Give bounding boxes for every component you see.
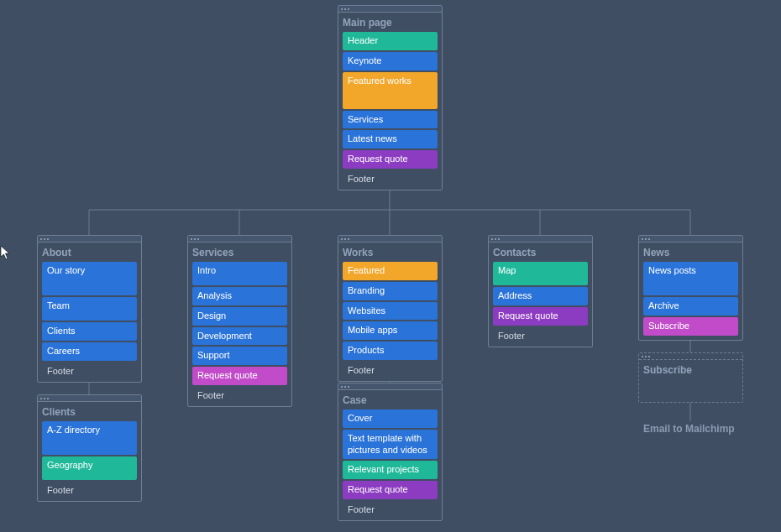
card-contacts[interactable]: Contacts Map Address Request quote Foote… <box>488 235 593 347</box>
card-case[interactable]: Case Cover Text template with pictures a… <box>338 383 443 521</box>
block-products[interactable]: Products <box>343 342 438 360</box>
label-email-to-mailchimp: Email to Mailchimp <box>643 423 735 435</box>
card-clients[interactable]: Clients A-Z directory Geography Footer <box>37 394 142 502</box>
block-websites[interactable]: Websites <box>343 302 438 321</box>
card-services[interactable]: Services Intro Analysis Design Developme… <box>187 235 292 407</box>
block-request-quote[interactable]: Request quote <box>343 481 438 499</box>
block-header[interactable]: Header <box>343 32 438 50</box>
card-about[interactable]: About Our story Team Clients Careers Foo… <box>37 235 142 383</box>
block-relevant-projects[interactable]: Relevant projects <box>343 461 438 479</box>
card-main-page[interactable]: Main page Header Keynote Featured works … <box>338 5 443 190</box>
block-footer: Footer <box>343 362 438 378</box>
block-request-quote[interactable]: Request quote <box>343 150 438 169</box>
block-development[interactable]: Development <box>192 327 287 346</box>
card-drag-handle[interactable] <box>639 236 742 243</box>
block-request-quote[interactable]: Request quote <box>493 307 588 326</box>
card-drag-handle[interactable] <box>338 6 442 13</box>
card-drag-handle[interactable] <box>38 236 141 243</box>
card-title: Services <box>192 247 287 258</box>
block-latest-news[interactable]: Latest news <box>343 130 438 149</box>
block-intro[interactable]: Intro <box>192 262 287 285</box>
card-title: Subscribe <box>643 364 738 376</box>
block-footer: Footer <box>343 501 438 518</box>
block-footer: Footer <box>493 327 588 344</box>
block-footer: Footer <box>42 362 137 379</box>
cursor-icon <box>0 245 12 260</box>
card-title: Main page <box>343 17 438 29</box>
card-title: News <box>643 247 738 258</box>
block-featured-works[interactable]: Featured works <box>343 72 438 109</box>
block-footer: Footer <box>343 170 438 187</box>
card-subscribe-placeholder[interactable]: Subscribe <box>638 352 743 403</box>
block-clients[interactable]: Clients <box>42 322 137 341</box>
block-cover[interactable]: Cover <box>343 409 438 428</box>
block-careers[interactable]: Careers <box>42 342 137 361</box>
block-news-posts[interactable]: News posts <box>643 262 738 295</box>
block-design[interactable]: Design <box>192 307 287 326</box>
card-drag-handle[interactable] <box>338 383 442 390</box>
block-our-story[interactable]: Our story <box>42 262 137 295</box>
block-analysis[interactable]: Analysis <box>192 287 287 305</box>
card-drag-handle[interactable] <box>38 395 141 402</box>
card-title: Contacts <box>493 247 588 258</box>
card-works[interactable]: Works Featured Branding Websites Mobile … <box>338 235 443 382</box>
block-services[interactable]: Services <box>343 111 438 129</box>
card-title: Clients <box>42 406 137 418</box>
block-text-template[interactable]: Text template with pictures and videos <box>343 430 438 460</box>
block-subscribe[interactable]: Subscribe <box>643 317 738 336</box>
card-title: Case <box>343 394 438 406</box>
block-map[interactable]: Map <box>493 262 588 285</box>
block-az-directory[interactable]: A-Z directory <box>42 421 137 455</box>
block-team[interactable]: Team <box>42 297 137 321</box>
block-footer: Footer <box>192 387 287 404</box>
block-footer: Footer <box>42 482 137 498</box>
card-drag-handle[interactable] <box>639 353 742 360</box>
card-news[interactable]: News News posts Archive Subscribe <box>638 235 743 341</box>
card-drag-handle[interactable] <box>188 236 291 243</box>
block-request-quote[interactable]: Request quote <box>192 367 287 385</box>
block-branding[interactable]: Branding <box>343 282 438 300</box>
block-address[interactable]: Address <box>493 287 588 305</box>
block-support[interactable]: Support <box>192 347 287 365</box>
block-keynote[interactable]: Keynote <box>343 52 438 70</box>
card-drag-handle[interactable] <box>489 236 592 243</box>
block-geography[interactable]: Geography <box>42 456 137 480</box>
block-featured[interactable]: Featured <box>343 262 438 280</box>
block-archive[interactable]: Archive <box>643 297 738 316</box>
card-title: Works <box>343 247 438 258</box>
card-title: About <box>42 247 137 258</box>
card-drag-handle[interactable] <box>338 236 442 243</box>
block-mobile-apps[interactable]: Mobile apps <box>343 321 438 340</box>
